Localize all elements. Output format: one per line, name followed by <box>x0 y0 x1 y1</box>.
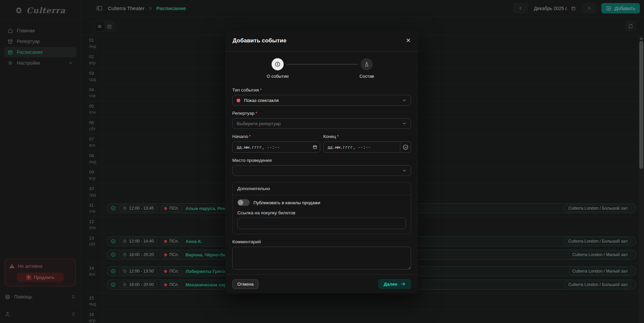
info-icon <box>275 61 281 67</box>
publish-toggle-label: Публиковать в каналы продажи <box>253 200 320 205</box>
publish-toggle-knob <box>238 200 243 205</box>
end-placeholder: дд.мм.гггг, --:-- <box>328 145 400 150</box>
publish-toggle-row: Публиковать в каналы продажи <box>237 199 406 206</box>
event-type-select[interactable]: Показ спектакля <box>232 95 411 106</box>
repertoire-select[interactable]: Выберите репертуар <box>232 118 411 129</box>
step-about-circle <box>272 58 284 70</box>
step-about-label: О событии <box>254 74 301 79</box>
modal-title: Добавить событие <box>233 37 286 44</box>
duration-24h-button[interactable]: 24 <box>400 142 411 152</box>
end-column: Конец* дд.мм.гггг, --:-- 24 <box>323 129 411 153</box>
extra-options-box: Дополнительно Публиковать в каналы прода… <box>232 182 411 234</box>
event-type-label: Тип события* <box>232 87 411 93</box>
start-datetime-input[interactable]: дд.мм.гггг, --:-- <box>232 141 320 153</box>
required-mark: * <box>337 134 339 139</box>
extra-options-title: Дополнительно <box>233 182 411 195</box>
close-icon[interactable]: ✕ <box>406 38 411 43</box>
publish-toggle[interactable] <box>237 199 250 206</box>
svg-text:24: 24 <box>404 146 407 148</box>
repertoire-label: Репертуар* <box>232 111 411 116</box>
calendar-icon <box>313 145 317 149</box>
step-cast-label: Состав <box>343 74 390 79</box>
start-calendar-button[interactable] <box>310 145 320 149</box>
comment-label: Комментарий <box>232 239 411 244</box>
app-screen: Culterra ГлавнаяРепертуарРасписаниеНастр… <box>0 0 644 323</box>
chevron-down-icon <box>402 98 407 103</box>
start-placeholder: дд.мм.гггг, --:-- <box>237 145 310 150</box>
required-mark: * <box>249 134 251 139</box>
add-event-modal: Добавить событие ✕ О событии Состав <box>225 30 418 293</box>
end-label: Конец* <box>323 134 411 139</box>
stepper-connector <box>287 64 358 65</box>
venue-label: Место проведения <box>232 158 411 163</box>
modal-footer: Отмена Далее <box>225 274 418 293</box>
modal-header: Добавить событие ✕ <box>225 30 418 51</box>
chevron-down-icon <box>402 168 407 173</box>
modal-body: О событии Состав Тип события* Показ спек… <box>225 51 418 274</box>
datetime-row: Начало* дд.мм.гггг, --:-- Конец* дд.мм.г… <box>232 129 411 153</box>
event-type-color-dot <box>237 99 240 102</box>
cancel-button[interactable]: Отмена <box>232 279 258 289</box>
ticket-link-label: Ссылка на покупку билетов <box>237 210 406 215</box>
ticket-link-input[interactable] <box>237 218 406 229</box>
next-button[interactable]: Далее <box>378 279 411 289</box>
next-button-label: Далее <box>384 282 397 287</box>
start-column: Начало* дд.мм.гггг, --:-- <box>232 129 320 153</box>
cast-icon <box>364 61 370 67</box>
start-label: Начало* <box>232 134 320 139</box>
wizard-stepper: О событии Состав <box>232 58 411 82</box>
chevron-down-icon <box>402 121 407 126</box>
clock-24-icon: 24 <box>402 144 409 150</box>
event-type-value: Показ спектакля <box>244 98 279 103</box>
required-mark: * <box>260 87 261 93</box>
extra-options-body: Публиковать в каналы продажи Ссылка на п… <box>233 195 411 234</box>
required-mark: * <box>255 111 257 116</box>
end-datetime-input[interactable]: дд.мм.гггг, --:-- 24 <box>323 141 411 153</box>
comment-textarea[interactable] <box>232 247 411 270</box>
arrow-right-icon <box>400 281 406 287</box>
step-cast-circle <box>361 58 373 70</box>
repertoire-placeholder: Выберите репертуар <box>237 121 281 126</box>
venue-select[interactable] <box>232 165 411 176</box>
